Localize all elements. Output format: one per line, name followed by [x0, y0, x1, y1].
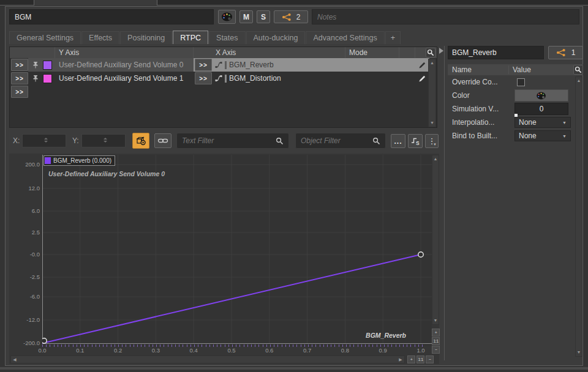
y-coordinate-input[interactable] [81, 134, 126, 147]
scroll-down-icon[interactable]: ▼ [429, 120, 435, 126]
expand-row-button[interactable]: >> [195, 59, 212, 71]
notes-field[interactable]: Notes [312, 9, 579, 24]
edit-curve-icon[interactable] [418, 75, 426, 83]
property-editor-window: BGM M S 2 Notes General Settings Effects… [5, 6, 583, 366]
rtpc-curve-table: Y Axis X Axis Mode >> User-Defined Auxil… [9, 46, 437, 128]
zoom-out-y-button[interactable]: − [432, 346, 440, 354]
spinner-icon[interactable] [44, 138, 47, 143]
scroll-right-icon[interactable]: ▶ [398, 357, 404, 362]
x-parameter-watermark: BGM_Reverb [297, 332, 406, 339]
curve-legend-chip[interactable]: BGM_Reverb (0.000) [43, 155, 115, 166]
graph-vertical-scrollbar[interactable]: ▲ ▼ [432, 155, 439, 325]
mode-cell[interactable] [345, 58, 399, 72]
scroll-up-icon[interactable]: ▲ [576, 78, 582, 84]
zoom-in-y-button[interactable]: + [432, 329, 440, 337]
scroll-down-icon[interactable]: ▼ [432, 318, 439, 324]
rtpc-row-bgm-reverb[interactable]: >> User-Defined Auxiliary Send Volume 0 … [10, 58, 437, 72]
game-parameter-icon [214, 74, 223, 83]
text-filter-input[interactable]: Text Filter [176, 133, 289, 149]
snap-to-object-toggle[interactable] [132, 133, 149, 149]
sharesets-button[interactable]: 2 [274, 10, 308, 23]
spinner-icon[interactable] [104, 138, 106, 143]
x-axis-tick-label: 0.7 [298, 348, 317, 354]
simulation-value-input[interactable]: 0 [514, 103, 568, 115]
scroll-down-icon[interactable]: ▼ [576, 349, 582, 355]
tab-advanced-settings[interactable]: Advanced Settings [306, 31, 384, 44]
graph-horizontal-scrollbar[interactable]: ◀ ▶ [10, 355, 405, 363]
object-filter-placeholder: Object Filter [301, 136, 341, 145]
rtpc-row-new[interactable]: >> [10, 85, 437, 99]
x-param-name: BGM_Reverb [229, 61, 274, 69]
color-palette-button[interactable] [218, 10, 236, 24]
bind-to-builtin-dropdown[interactable]: None▼ [514, 130, 571, 141]
curve-point[interactable] [418, 252, 423, 257]
curve-point[interactable] [42, 338, 47, 343]
search-icon [372, 137, 380, 145]
column-header-x-axis[interactable]: X Axis [212, 47, 345, 58]
docked-window-tab[interactable] [34, 0, 157, 6]
tab-general-settings[interactable]: General Settings [9, 31, 81, 44]
solo-button[interactable]: S [257, 10, 270, 23]
inspector-object-name-field[interactable]: BGM_Reverb [448, 46, 544, 59]
zoom-out-x-button[interactable]: − [426, 355, 434, 363]
palette-icon [221, 12, 233, 21]
chevron-down-icon: ▼ [562, 121, 567, 125]
chevron-down-icon: ▼ [433, 143, 437, 146]
property-name: Override Co... [448, 78, 513, 86]
tab-effects[interactable]: Effects [81, 31, 119, 44]
table-search-button[interactable] [426, 48, 435, 58]
object-name-field[interactable]: BGM [9, 9, 214, 24]
x-axis-tick-label: 0.9 [374, 348, 392, 354]
expand-row-button[interactable]: >> [11, 59, 28, 71]
zoom-in-x-button[interactable]: + [407, 355, 415, 363]
more-options-button[interactable]: ... [391, 134, 405, 148]
collapse-panel-arrow-icon[interactable] [439, 48, 443, 54]
expand-row-button[interactable]: >> [195, 72, 212, 84]
color-picker-button[interactable] [514, 89, 568, 102]
expand-row-button[interactable]: >> [11, 72, 28, 84]
tab-rtpc[interactable]: RTPC [173, 31, 208, 44]
zoom-fit-x-button[interactable]: 1:1 [417, 355, 424, 363]
scroll-left-icon[interactable]: ◀ [12, 357, 18, 362]
property-name: Bind to Built... [448, 132, 513, 140]
expand-row-button[interactable]: >> [11, 86, 28, 98]
curve-color-swatch[interactable] [43, 74, 52, 83]
rtpc-curve-canvas[interactable] [42, 155, 432, 346]
interpolation-dropdown[interactable]: None▼ [514, 117, 571, 128]
inspector-scrollbar[interactable]: ▲ ▼ [575, 76, 582, 357]
tab-states[interactable]: States [209, 31, 245, 44]
scroll-up-icon[interactable]: ▲ [429, 60, 435, 66]
panel-splitter[interactable] [444, 46, 445, 360]
separator [225, 61, 227, 69]
mute-button[interactable]: M [239, 10, 253, 23]
tab-positioning[interactable]: Positioning [120, 31, 172, 44]
search-icon [276, 137, 284, 145]
mode-cell[interactable] [345, 72, 399, 85]
separator [225, 75, 227, 83]
link-icon [157, 137, 168, 144]
x-coordinate-input[interactable] [22, 134, 66, 147]
view-menu-button[interactable]: ⋮ ▼ [425, 134, 439, 148]
column-header-mode[interactable]: Mode [345, 47, 399, 58]
object-name-text: BGM [15, 13, 31, 21]
tab-auto-ducking[interactable]: Auto-ducking [246, 31, 306, 44]
curve-color-swatch[interactable] [43, 61, 52, 70]
object-filter-input[interactable]: Object Filter [295, 133, 386, 149]
curve-scaling-button[interactable]: S [408, 134, 423, 148]
value-column-header[interactable]: Value [509, 65, 531, 74]
x-axis-tick-label: 0.6 [260, 348, 279, 354]
y-coordinate-label: Y: [72, 136, 79, 145]
scroll-up-icon[interactable]: ▲ [432, 156, 439, 162]
rtpc-row-bgm-distortion[interactable]: >> User-Defined Auxiliary Send Volume 1 … [10, 72, 437, 85]
override-color-checkbox[interactable] [517, 78, 525, 86]
name-column-header[interactable]: Name [448, 65, 509, 74]
rtpc-table-header: Y Axis X Axis Mode [10, 47, 437, 58]
link-axes-button[interactable] [154, 133, 172, 148]
inspector-sharesets-button[interactable]: 1 [548, 46, 583, 59]
edit-curve-icon[interactable] [418, 61, 426, 69]
table-scrollbar[interactable]: ▲ ▼ [428, 59, 436, 127]
add-tab-button[interactable]: + [385, 31, 401, 44]
inspector-search-button[interactable] [573, 65, 583, 75]
column-header-y-axis[interactable]: Y Axis [55, 47, 194, 58]
zoom-fit-y-button[interactable]: 1:1 [432, 337, 440, 345]
